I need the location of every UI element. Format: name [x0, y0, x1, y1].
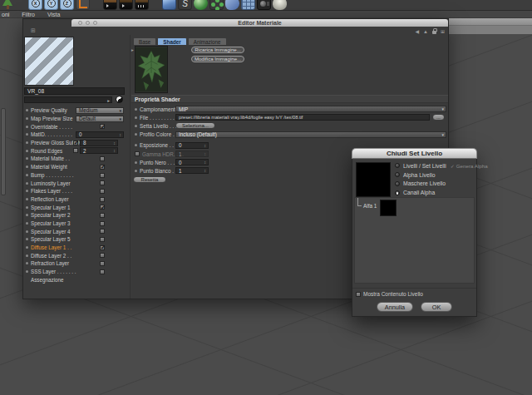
camera-object-button[interactable] — [257, 0, 271, 10]
radio-button[interactable] — [395, 172, 400, 177]
tab-shader[interactable]: Shader — [157, 37, 186, 45]
dropdown[interactable]: MIP▾ — [175, 106, 446, 112]
material-channel-row[interactable]: Material Matte . . — [23, 155, 129, 163]
material-channel-row[interactable]: Material Weight — [23, 163, 129, 171]
y-axis-button[interactable]: Y — [44, 0, 58, 10]
leaf-texture-preview[interactable] — [135, 46, 168, 93]
shader-property-row[interactable]: Setta Livello . . .Seleziona... — [131, 121, 446, 130]
light-object-button[interactable] — [273, 0, 287, 10]
number-spinner[interactable]: 2↕ — [80, 147, 118, 154]
cube-primitive-button[interactable] — [162, 0, 176, 10]
checkbox[interactable] — [100, 165, 105, 170]
array-object-button[interactable] — [209, 0, 224, 10]
checkbox[interactable] — [100, 253, 105, 258]
render-view-button[interactable] — [103, 0, 117, 10]
material-channel-row[interactable]: Specular Layer 4 — [23, 227, 129, 235]
material-channel-row[interactable]: Overridable . . . . . — [23, 122, 129, 131]
show-layer-content-row[interactable]: Mostra Contenuto Livello — [356, 291, 423, 297]
material-channel-row[interactable]: Bump . . . . . . . . . . — [23, 171, 129, 180]
floor-object-button[interactable] — [241, 0, 255, 10]
radio-button[interactable] — [395, 163, 400, 168]
back-arrow-icon[interactable]: ◀ — [415, 28, 419, 34]
material-channel-row[interactable]: SSS Layer . . . . . . . — [23, 268, 129, 276]
z-axis-button[interactable]: Z — [60, 0, 74, 10]
dialog-title[interactable]: Chiudi Set Livello — [352, 148, 477, 159]
edit-image-button[interactable]: Modifica Immagine... — [191, 56, 244, 62]
layer-browser-icon[interactable] — [116, 96, 123, 103]
alpha-mode-option[interactable]: Livelli / Set Livelli✓Genera Alpha — [395, 161, 475, 170]
material-channel-row[interactable]: Refraction Layer — [23, 259, 129, 268]
material-preview[interactable] — [24, 37, 74, 86]
number-spinner[interactable]: 1↕ — [175, 167, 209, 174]
number-spinner[interactable]: 0↕ — [76, 131, 124, 138]
render-settings-button[interactable] — [135, 0, 149, 10]
left-edge-scrollbar[interactable] — [1, 108, 6, 195]
checkbox[interactable] — [100, 213, 105, 218]
show-layer-content-checkbox[interactable] — [356, 292, 361, 297]
material-channel-row[interactable]: Diffuse Layer 2 . . — [23, 251, 129, 259]
material-channel-row[interactable]: Preview Gloss Subdivs8↕ — [23, 139, 129, 147]
checkbox[interactable] — [100, 237, 105, 242]
checkbox[interactable] — [100, 189, 105, 194]
material-channel-row[interactable]: Specular Layer 3 — [23, 220, 129, 228]
menu-item-filtro[interactable]: Filtro — [22, 12, 35, 17]
sphere-primitive-button[interactable] — [194, 0, 208, 10]
disclosure-triangle-icon[interactable]: ▸ — [131, 47, 134, 52]
checkbox[interactable] — [100, 245, 105, 250]
checkbox[interactable] — [73, 141, 78, 146]
checkbox[interactable] — [73, 148, 78, 153]
number-spinner[interactable]: 1↕ — [175, 151, 209, 157]
material-channel-row[interactable]: Specular Layer 5 — [23, 235, 129, 244]
alpha-channel-label[interactable]: Alfa 1 — [363, 203, 377, 209]
checkbox[interactable] — [100, 269, 105, 274]
material-channel-row[interactable]: Specular Layer 1 — [23, 203, 129, 211]
dropdown[interactable]: Medium▾ — [76, 107, 124, 114]
select-layer-button[interactable]: Seleziona... — [175, 122, 215, 129]
file-path-field[interactable]: preset://libreria materiali vray.lib4d/f… — [175, 114, 430, 121]
spline-button[interactable]: S — [178, 0, 192, 10]
material-channel-row[interactable]: MatID. . . . . . . . . .0↕ — [23, 131, 129, 139]
checkbox[interactable] — [100, 180, 105, 185]
checkbox[interactable] — [100, 205, 105, 210]
shader-property-row[interactable]: CampionamentoMIP▾ — [131, 105, 446, 113]
alpha-mode-option[interactable]: Canali Alpha — [395, 188, 475, 197]
shader-property-row[interactable]: File . . . . . . . . . .preset://libreri… — [131, 113, 446, 121]
checkbox[interactable] — [100, 197, 105, 202]
dropdown[interactable]: Default▾ — [76, 116, 124, 122]
menu-item-vista[interactable]: Vista — [47, 12, 60, 17]
material-channel-row[interactable]: Map Preview SizeDefault▾ — [23, 115, 129, 123]
dropdown[interactable]: Incluso (Default)▾ — [175, 131, 446, 138]
checkbox[interactable] — [100, 221, 105, 226]
ok-button[interactable]: OK — [421, 302, 452, 312]
radio-button[interactable] — [395, 190, 400, 195]
checkbox[interactable] — [135, 151, 140, 156]
radio-button[interactable] — [395, 181, 400, 186]
tree-icon[interactable] — [1, 0, 15, 10]
coordinates-icon[interactable] — [76, 0, 90, 10]
reset-button[interactable]: Resetta — [133, 176, 166, 183]
tab-base[interactable]: Base — [133, 37, 156, 45]
x-axis-button[interactable]: X — [28, 0, 42, 10]
lock-icon[interactable] — [432, 31, 436, 34]
material-channel-row[interactable]: Preview QualityMedium▾ — [23, 106, 129, 115]
menu-item-options[interactable]: oni — [2, 12, 9, 17]
material-channel-row[interactable]: Assegnazione — [23, 275, 129, 284]
shader-quick-bar[interactable]: ▸ — [24, 96, 112, 103]
deformer-button[interactable] — [225, 0, 239, 10]
checkbox[interactable] — [100, 173, 105, 178]
browse-button[interactable]: ... — [432, 114, 445, 121]
checkbox[interactable] — [100, 156, 105, 161]
alpha-mode-option[interactable]: Alpha Livello — [395, 170, 475, 180]
tab-animazione[interactable]: Animazione — [188, 37, 227, 45]
number-spinner[interactable]: 8↕ — [80, 140, 118, 146]
checkbox[interactable] — [100, 124, 105, 129]
material-channel-row[interactable]: Round Edges2↕ — [23, 146, 129, 155]
panel-grid-icon[interactable]: ⊞ — [31, 27, 36, 34]
number-spinner[interactable]: 0↕ — [175, 159, 209, 165]
material-channel-row[interactable]: Luminosity Layer — [23, 179, 129, 187]
number-spinner[interactable]: 0↕ — [175, 142, 209, 149]
material-channel-row[interactable]: Flakes Layer . . . . — [23, 187, 129, 195]
checkbox[interactable] — [100, 229, 105, 234]
material-channel-row[interactable]: Diffuse Layer 1 . . — [23, 244, 129, 252]
up-arrow-icon[interactable]: ▲ — [423, 29, 428, 34]
